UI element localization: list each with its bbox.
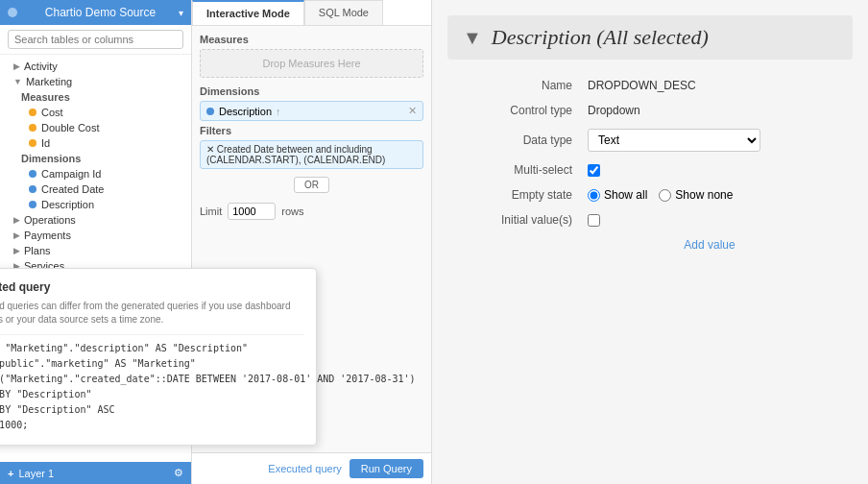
run-query-button[interactable]: Run Query — [350, 459, 423, 478]
filter-value: (CALENDAR.START), (CALENDAR.END) — [206, 155, 385, 165]
rows-label: rows — [281, 206, 303, 217]
filter-funnel-icon: ▼ — [463, 27, 482, 49]
remove-dim-icon[interactable]: ✕ — [408, 105, 417, 117]
tab-interactive[interactable]: Interactive Mode — [192, 0, 304, 25]
limit-label: Limit — [200, 206, 222, 217]
dim-icon — [206, 108, 214, 115]
tree-measures-group: Measures — [0, 89, 191, 105]
layer-bar[interactable]: + Layer 1 ⚙ — [0, 462, 191, 484]
add-layer-icon: + — [8, 468, 13, 479]
popup-title: Executed query — [0, 280, 304, 294]
filter-condition: between and including — [277, 144, 373, 155]
source-header[interactable]: Chartio Demo Source ▾ — [0, 0, 191, 25]
or-button[interactable]: OR — [294, 177, 329, 193]
popup-code: SELECT "Marketing"."description" AS "Des… — [0, 341, 304, 433]
executed-query-popup: Executed query Executed queries can diff… — [0, 268, 317, 446]
sort-icon[interactable]: ↑ — [276, 106, 281, 117]
multi-select-checkbox-container — [588, 164, 832, 177]
data-type-select[interactable]: Text Number Date — [588, 129, 760, 152]
data-type-label: Data type — [447, 133, 572, 147]
measures-label: Measures — [200, 34, 423, 45]
source-dot — [8, 8, 17, 17]
filter-label: Created Date — [217, 144, 274, 155]
tree-dimensions-group: Dimensions — [0, 151, 191, 166]
tree-activity[interactable]: ▶ Activity — [0, 59, 191, 74]
search-input[interactable] — [8, 30, 183, 49]
filters-label: Filters — [200, 125, 423, 136]
initial-values-label: Initial value(s) — [447, 213, 572, 227]
tree-description[interactable]: Description — [0, 197, 191, 212]
layer-label: Layer 1 — [18, 468, 54, 479]
tree-id[interactable]: Id — [0, 135, 191, 151]
empty-state-radio-group: Show all Show none — [588, 188, 832, 202]
dim-label: Description — [219, 106, 272, 117]
name-label: Name — [447, 79, 572, 92]
filter-item[interactable]: ✕ Created Date between and including (CA… — [200, 140, 423, 169]
right-panel: ▼ Description (All selected) Name DROPDO… — [432, 0, 868, 484]
tree-created-date[interactable]: Created Date — [0, 182, 191, 197]
tree-marketing[interactable]: ▼ Marketing — [0, 74, 191, 89]
initial-values-checkbox-container — [588, 214, 832, 227]
initial-values-checkbox[interactable] — [588, 214, 600, 227]
show-all-radio[interactable] — [588, 189, 600, 202]
show-none-radio[interactable] — [659, 189, 671, 202]
show-none-option[interactable]: Show none — [659, 188, 733, 202]
add-value-button[interactable]: Add value — [588, 238, 832, 252]
limit-input[interactable] — [228, 203, 276, 220]
tree-double-cost[interactable]: Double Cost — [0, 120, 191, 135]
tree-operations[interactable]: ▶ Operations — [0, 212, 191, 228]
source-chevron: ▾ — [179, 8, 183, 18]
filter-remove[interactable]: ✕ — [206, 144, 214, 155]
middle-panel: Interactive Mode SQL Mode Measures Drop … — [192, 0, 432, 484]
control-type-value: Dropdown — [588, 104, 832, 117]
source-name: Chartio Demo Source — [45, 6, 156, 19]
show-all-label: Show all — [604, 188, 647, 202]
mode-tabs: Interactive Mode SQL Mode — [192, 0, 431, 26]
filter-title-text: Description (All selected) — [492, 25, 709, 50]
tab-sql[interactable]: SQL Mode — [304, 0, 383, 25]
multi-select-checkbox[interactable] — [588, 164, 600, 177]
filter-title: ▼ Description (All selected) — [447, 15, 853, 60]
name-value: DROPDOWN_DESC — [588, 79, 832, 92]
tree-payments[interactable]: ▶ Payments — [0, 228, 191, 243]
dimension-item[interactable]: Description ↑ ✕ — [200, 101, 423, 121]
tree-campaign-id[interactable]: Campaign Id — [0, 166, 191, 182]
show-none-label: Show none — [675, 188, 733, 202]
executed-query-link[interactable]: Executed query — [268, 463, 341, 474]
control-type-label: Control type — [447, 104, 572, 117]
limit-row: Limit rows — [200, 203, 423, 220]
gear-icon: ⚙ — [174, 467, 183, 479]
measures-drop-zone[interactable]: Drop Measures Here — [200, 49, 423, 78]
search-box — [0, 25, 191, 55]
show-all-option[interactable]: Show all — [588, 188, 647, 202]
form-grid: Name DROPDOWN_DESC Control type Dropdown… — [447, 79, 832, 252]
empty-state-label: Empty state — [447, 188, 572, 202]
run-query-bar: Executed query Run Query Executed query … — [192, 452, 431, 484]
tree-plans[interactable]: ▶ Plans — [0, 243, 191, 258]
multi-select-label: Multi-select — [447, 163, 572, 177]
tree-cost[interactable]: Cost — [0, 105, 191, 120]
dimensions-label: Dimensions — [200, 85, 423, 97]
popup-desc: Executed queries can differ from the gen… — [0, 300, 304, 327]
